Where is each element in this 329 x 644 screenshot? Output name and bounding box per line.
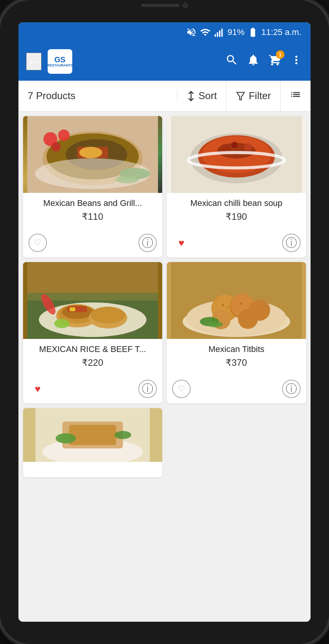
product-card-3: MEXICAN RICE & BEEF T... ₹220 — [23, 262, 162, 403]
cart-button[interactable]: 1 — [268, 53, 281, 70]
product-name-1: Mexican Beans and Grill... — [28, 198, 157, 208]
products-count: 7 Products — [18, 90, 177, 102]
svg-point-52 — [227, 307, 229, 308]
product-price-1: ₹110 — [28, 211, 157, 222]
product-image-1 — [23, 116, 162, 193]
svg-point-25 — [244, 143, 252, 151]
product-actions-2 — [167, 231, 306, 257]
wishlist-button-4[interactable] — [172, 380, 191, 398]
app-bar: ← GS RESTAURANTS — [18, 42, 311, 81]
product-info-3: MEXICAN RICE & BEEF T... ₹220 — [23, 339, 162, 377]
phone-frame: 91% 11:25 a.m. ← GS RESTAURANTS — [0, 0, 329, 644]
info-button-3[interactable] — [138, 380, 157, 398]
product-info-4: Mexican Titbits ₹370 — [167, 339, 306, 377]
product-price-2: ₹190 — [172, 211, 301, 222]
svg-point-61 — [115, 431, 131, 439]
product-card-2: Mexican chilli bean soup ₹190 — [167, 116, 306, 257]
list-view-icon — [290, 89, 301, 100]
mute-icon — [186, 27, 197, 38]
svg-point-13 — [58, 129, 70, 141]
status-icons: 91% 11:25 a.m. — [186, 27, 301, 38]
svg-point-53 — [240, 302, 242, 305]
product-info-2: Mexican chilli bean soup ₹190 — [167, 193, 306, 231]
app-logo: GS RESTAURANTS — [48, 49, 72, 74]
product-name-4: Mexican Titbits — [172, 344, 301, 354]
product-food-svg-5 — [23, 408, 162, 462]
product-image-2 — [167, 116, 306, 193]
product-actions-4 — [167, 377, 306, 403]
svg-point-14 — [52, 142, 61, 151]
product-image-5 — [23, 408, 162, 462]
svg-point-26 — [231, 142, 238, 148]
filter-button[interactable]: Filter — [226, 81, 281, 111]
svg-point-50 — [238, 309, 258, 329]
svg-rect-3 — [221, 29, 223, 37]
product-card-5 — [23, 408, 162, 477]
wishlist-button-3[interactable] — [28, 380, 47, 398]
heart-filled-icon-3 — [35, 383, 40, 395]
more-icon — [290, 53, 303, 66]
phone-screen: 91% 11:25 a.m. ← GS RESTAURANTS — [18, 22, 311, 622]
time-text: 11:25 a.m. — [261, 27, 301, 37]
product-actions-3 — [23, 377, 162, 403]
svg-point-55 — [208, 321, 223, 327]
info-button-2[interactable] — [282, 234, 301, 252]
front-camera — [183, 3, 188, 8]
filter-icon — [236, 91, 246, 101]
product-food-svg-3 — [23, 262, 162, 339]
svg-rect-59 — [69, 425, 116, 445]
battery-text: 91% — [228, 27, 244, 37]
product-image-3 — [23, 262, 162, 339]
product-price-4: ₹370 — [172, 357, 301, 368]
info-button-1[interactable] — [138, 234, 157, 252]
product-image-4 — [167, 262, 306, 339]
product-food-svg-1 — [23, 116, 162, 193]
status-bar: 91% 11:25 a.m. — [18, 22, 311, 42]
svg-marker-5 — [237, 92, 244, 100]
heart-empty-icon-1 — [34, 238, 42, 248]
products-grid: Mexican Beans and Grill... ₹110 — [23, 116, 306, 477]
phone-notch — [111, 0, 218, 11]
list-view-button[interactable] — [281, 89, 311, 103]
svg-rect-2 — [219, 30, 221, 37]
product-name-2: Mexican chilli bean soup — [172, 198, 301, 208]
product-info-1: Mexican Beans and Grill... ₹110 — [23, 193, 162, 231]
product-card-1: Mexican Beans and Grill... ₹110 — [23, 116, 162, 257]
more-options-button[interactable] — [290, 53, 303, 70]
info-button-4[interactable] — [282, 380, 301, 398]
product-food-svg-2 — [167, 116, 306, 193]
search-button[interactable] — [225, 53, 238, 70]
svg-rect-1 — [217, 32, 218, 37]
sort-button[interactable]: Sort — [177, 81, 227, 111]
svg-point-39 — [54, 319, 70, 328]
search-icon — [225, 53, 238, 66]
svg-point-17 — [35, 158, 150, 189]
wishlist-button-1[interactable] — [28, 234, 47, 252]
sort-icon — [186, 91, 196, 101]
sort-label: Sort — [199, 90, 217, 102]
products-container: Mexican Beans and Grill... ₹110 — [18, 111, 311, 622]
product-price-3: ₹220 — [28, 357, 157, 368]
svg-point-60 — [56, 433, 76, 443]
product-card-4: Mexican Titbits ₹370 — [167, 262, 306, 403]
products-toolbar: 7 Products Sort Filter — [18, 81, 311, 111]
app-bar-actions: 1 — [225, 53, 303, 70]
svg-point-38 — [91, 307, 125, 324]
svg-rect-36 — [70, 307, 75, 311]
battery-icon — [248, 27, 258, 38]
svg-point-11 — [79, 147, 102, 158]
back-button[interactable]: ← — [26, 53, 42, 70]
heart-empty-icon-4 — [178, 384, 185, 394]
product-name-3: MEXICAN RICE & BEEF T... — [28, 344, 157, 354]
filter-label: Filter — [249, 90, 271, 102]
heart-filled-icon-2 — [178, 237, 184, 249]
speaker — [141, 4, 179, 7]
bell-icon — [247, 53, 260, 66]
wishlist-button-2[interactable] — [172, 234, 191, 252]
svg-point-51 — [222, 304, 224, 306]
wifi-icon — [200, 27, 211, 38]
product-food-svg-4 — [167, 262, 306, 339]
product-actions-1 — [23, 231, 162, 257]
svg-rect-0 — [214, 34, 216, 37]
notification-button[interactable] — [247, 53, 260, 70]
